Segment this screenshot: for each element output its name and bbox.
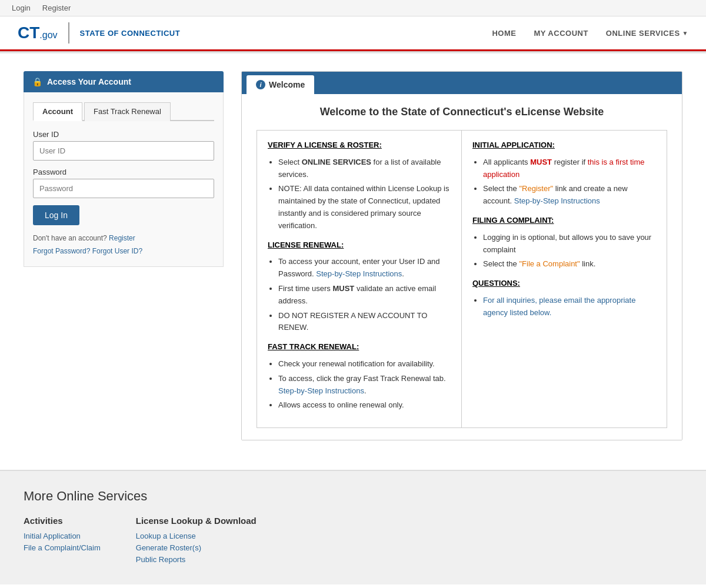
- logo-ct-text: CT: [18, 24, 39, 42]
- footer-cols: Activities Initial Application File a Co…: [24, 516, 682, 567]
- list-item: Check your renewal notification for avai…: [278, 358, 451, 370]
- initial-step-link[interactable]: Step-by-Step Instructions: [514, 196, 600, 205]
- login-panel: 🔒 Access Your Account Account Fast Track…: [24, 71, 224, 267]
- top-nav-bar: Login Register: [0, 0, 706, 16]
- verify-list: Select ONLINE SERVICES for a list of ava…: [278, 156, 451, 232]
- this-red: this is a first time application: [483, 158, 645, 179]
- welcome-tab-label: Welcome: [269, 80, 305, 89]
- renewal-step-link[interactable]: Step-by-Step Instructions: [316, 269, 402, 278]
- footer-more-title: More Online Services: [24, 489, 682, 504]
- main-nav: HOME MY ACCOUNT ONLINE SERVICES ▼: [492, 29, 688, 38]
- list-item: To access, click the gray Fast Track Ren…: [278, 373, 451, 397]
- login-panel-header: 🔒 Access Your Account: [24, 71, 224, 92]
- fasttrack-step-link[interactable]: Step-by-Step Instructions: [278, 386, 364, 395]
- list-item: Select the "File a Complaint" link.: [483, 258, 656, 270]
- logo-area: CT.gov STATE OF CONNECTICUT: [18, 22, 180, 44]
- nav-myaccount-link[interactable]: MY ACCOUNT: [534, 29, 588, 38]
- login-tabs: Account Fast Track Renewal: [33, 101, 214, 121]
- complaint-heading: FILING A COMPLAINT:: [472, 215, 656, 227]
- tab-account[interactable]: Account: [33, 102, 82, 121]
- initial-list: All applicants MUST register if this is …: [483, 156, 656, 208]
- verify-heading: VERIFY A LICENSE & ROSTER:: [268, 139, 451, 152]
- footer-reports-link[interactable]: Public Reports: [136, 555, 257, 564]
- footer-col1-title: Activities: [24, 516, 101, 526]
- footer-col-license-lookup: License Lookup & Download Lookup a Licen…: [136, 516, 257, 567]
- list-item: Allows access to online renewal only.: [278, 399, 451, 412]
- list-item: All applicants MUST register if this is …: [483, 156, 656, 181]
- lock-icon: 🔒: [32, 77, 42, 86]
- password-label: Password: [33, 168, 214, 176]
- must-red-bold: MUST: [530, 158, 552, 166]
- list-item: First time users MUST validate an active…: [278, 283, 451, 308]
- ct-logo: CT.gov: [18, 25, 58, 41]
- list-item: Select the "Register" link and create a …: [483, 183, 656, 208]
- topnav-login-link[interactable]: Login: [12, 4, 31, 12]
- footer-col-activities: Activities Initial Application File a Co…: [24, 516, 101, 567]
- welcome-tab-bar: i Welcome: [242, 72, 682, 94]
- no-account-text: Don't have an account?: [33, 234, 107, 242]
- nav-home-link[interactable]: HOME: [492, 29, 516, 38]
- footer-initial-app-link[interactable]: Initial Application: [24, 532, 101, 540]
- password-group: Password: [33, 168, 214, 198]
- initial-heading: INITIAL APPLICATION:: [472, 139, 656, 152]
- footer-roster-link[interactable]: Generate Roster(s): [136, 543, 257, 552]
- list-item: Select ONLINE SERVICES for a list of ava…: [278, 156, 451, 181]
- main-content: 🔒 Access Your Account Account Fast Track…: [0, 54, 706, 458]
- fasttrack-list: Check your renewal notification for avai…: [278, 358, 451, 412]
- logo-gov-text: .gov: [39, 30, 57, 40]
- password-input[interactable]: [33, 179, 214, 198]
- userid-label: User ID: [33, 130, 214, 139]
- fasttrack-heading: FAST TRACK RENEWAL:: [268, 341, 451, 353]
- userid-input[interactable]: [33, 141, 214, 161]
- nav-online-services-link[interactable]: ONLINE SERVICES ▼: [606, 29, 688, 38]
- welcome-title: Welcome to the State of Connecticut's eL…: [257, 106, 667, 118]
- footer-lookup-link[interactable]: Lookup a License: [136, 532, 257, 540]
- site-header: CT.gov STATE OF CONNECTICUT HOME MY ACCO…: [0, 16, 706, 51]
- register-link[interactable]: Register: [109, 234, 135, 242]
- login-panel-title: Access Your Account: [47, 77, 131, 86]
- footer-complaint-link[interactable]: File a Complaint/Claim: [24, 543, 101, 552]
- info-icon: i: [256, 80, 265, 89]
- file-complaint-link[interactable]: "File a Complaint": [519, 259, 580, 268]
- questions-heading: QUESTIONS:: [472, 278, 656, 290]
- must-bold: MUST: [332, 284, 354, 293]
- list-item: Logging in is optional, but allows you t…: [483, 232, 656, 256]
- list-item: To access your account, enter your User …: [278, 256, 451, 280]
- footer-col2-title: License Lookup & Download: [136, 516, 257, 526]
- userid-group: User ID: [33, 130, 214, 161]
- list-item: DO NOT REGISTER A NEW ACCOUNT TO RENEW.: [278, 310, 451, 335]
- renewal-list: To access your account, enter your User …: [278, 256, 451, 334]
- welcome-tab[interactable]: i Welcome: [247, 75, 314, 94]
- topnav-register-link[interactable]: Register: [42, 4, 71, 12]
- welcome-panel: i Welcome Welcome to the State of Connec…: [241, 71, 682, 440]
- agency-email-link[interactable]: For all inquiries, please email the appr…: [483, 296, 635, 317]
- online-services-bold: ONLINE SERVICES: [302, 158, 371, 166]
- tab-fasttrack[interactable]: Fast Track Renewal: [84, 102, 171, 121]
- logo-divider: [68, 22, 69, 44]
- register-link-orange[interactable]: "Register": [519, 184, 553, 193]
- list-item: NOTE: All data contained within License …: [278, 183, 451, 232]
- chevron-down-icon: ▼: [682, 30, 688, 36]
- welcome-body: Welcome to the State of Connecticut's eL…: [242, 94, 682, 440]
- list-item: For all inquiries, please email the appr…: [483, 295, 656, 319]
- welcome-grid: VERIFY A LICENSE & ROSTER: Select ONLINE…: [257, 130, 667, 428]
- forgot-password-link[interactable]: Forgot Password?: [33, 247, 90, 255]
- complaint-list: Logging in is optional, but allows you t…: [483, 232, 656, 270]
- login-links: Don't have an account? Register Forgot P…: [33, 232, 214, 258]
- logo-state-text: STATE OF CONNECTICUT: [80, 29, 181, 38]
- footer-more-services: More Online Services Activities Initial …: [0, 470, 706, 584]
- login-button[interactable]: Log In: [33, 205, 79, 225]
- questions-list: For all inquiries, please email the appr…: [483, 295, 656, 319]
- welcome-right-col: INITIAL APPLICATION: All applicants MUST…: [462, 131, 667, 427]
- renewal-heading: LICENSE RENEWAL:: [268, 239, 451, 252]
- login-panel-body: Account Fast Track Renewal User ID Passw…: [24, 92, 224, 267]
- forgot-userid-link[interactable]: Forgot User ID?: [92, 247, 142, 255]
- welcome-left-col: VERIFY A LICENSE & ROSTER: Select ONLINE…: [257, 131, 462, 427]
